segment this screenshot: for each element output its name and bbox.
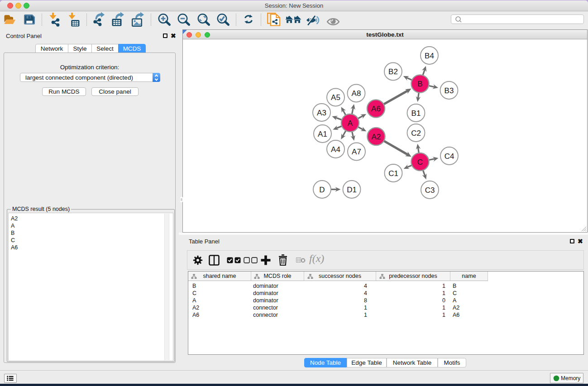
svg-text:D1: D1 bbox=[347, 186, 357, 194]
svg-text:A4: A4 bbox=[331, 145, 340, 154]
svg-text:B2: B2 bbox=[388, 67, 398, 76]
svg-text:A8: A8 bbox=[352, 89, 361, 98]
svg-text:B3: B3 bbox=[445, 86, 454, 95]
svg-text:B: B bbox=[417, 80, 422, 88]
svg-text:C4: C4 bbox=[445, 152, 454, 161]
svg-text:A2: A2 bbox=[372, 133, 381, 141]
svg-text:B1: B1 bbox=[411, 109, 421, 118]
svg-text:A3: A3 bbox=[317, 109, 326, 117]
svg-text:A: A bbox=[348, 119, 353, 128]
svg-text:C1: C1 bbox=[388, 169, 398, 178]
svg-text:A6: A6 bbox=[371, 105, 381, 113]
svg-text:A7: A7 bbox=[352, 148, 361, 156]
svg-text:D: D bbox=[319, 186, 325, 194]
svg-text:A5: A5 bbox=[331, 93, 340, 102]
svg-text:B4: B4 bbox=[425, 52, 434, 60]
svg-text:C: C bbox=[417, 158, 423, 167]
svg-text:C2: C2 bbox=[411, 129, 421, 138]
svg-text:A1: A1 bbox=[318, 130, 327, 138]
svg-text:C3: C3 bbox=[425, 186, 435, 195]
